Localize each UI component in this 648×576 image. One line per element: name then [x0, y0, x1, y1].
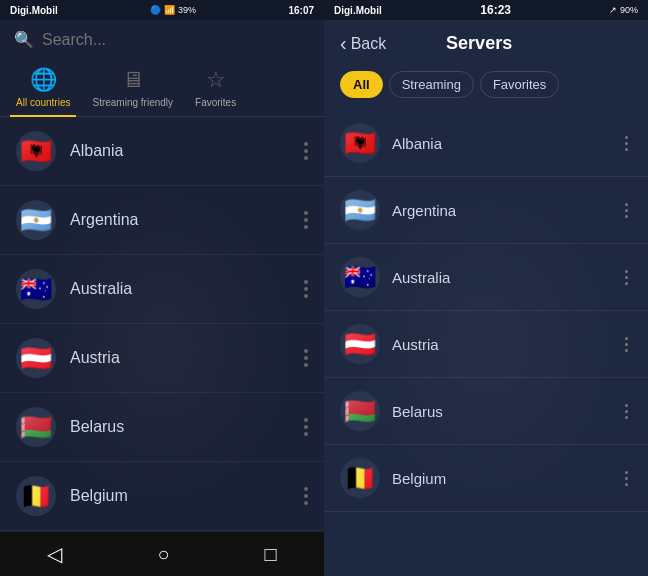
flag-argentina: 🇦🇷: [340, 190, 380, 230]
country-name: Austria: [70, 349, 290, 367]
country-name: Belgium: [70, 487, 290, 505]
filter-tab-streaming[interactable]: Streaming: [389, 71, 474, 98]
more-dots-button[interactable]: [621, 199, 632, 222]
filter-tab-all[interactable]: All: [340, 71, 383, 98]
search-icon: 🔍: [14, 30, 34, 49]
flag-belarus: 🇧🇾: [340, 391, 380, 431]
flag-austria: 🇦🇹: [340, 324, 380, 364]
battery-left: 39%: [178, 5, 196, 15]
more-dots-button[interactable]: [621, 400, 632, 423]
more-dots-button[interactable]: [304, 142, 308, 160]
left-status-bar: Digi.Mobil 🔵 📶 39% 16:07: [0, 0, 324, 20]
page-title: Servers: [394, 33, 564, 54]
left-panel: Digi.Mobil 🔵 📶 39% 16:07 🔍 🌐 All countri…: [0, 0, 324, 576]
back-button[interactable]: ‹ Back: [340, 32, 386, 55]
more-dots-button[interactable]: [304, 280, 308, 298]
chevron-left-icon: ‹: [340, 32, 347, 55]
flag-australia: 🇦🇺: [340, 257, 380, 297]
flag-belgium: 🇧🇪: [16, 476, 56, 516]
flag-austria: 🇦🇹: [16, 338, 56, 378]
list-item[interactable]: 🇧🇪 Belgium: [324, 445, 648, 512]
monitor-icon: 🖥: [122, 67, 144, 93]
server-list: 🇦🇱 Albania 🇦🇷 Argentina 🇦🇺 Australia 🇦🇹 …: [324, 110, 648, 576]
right-time: 16:23: [480, 3, 511, 17]
flag-belgium: 🇧🇪: [340, 458, 380, 498]
left-status-icons: 🔵 📶 39%: [150, 5, 196, 15]
more-dots-button[interactable]: [621, 132, 632, 155]
flag-belarus: 🇧🇾: [16, 407, 56, 447]
more-dots-button[interactable]: [304, 349, 308, 367]
flag-australia: 🇦🇺: [16, 269, 56, 309]
more-dots-button[interactable]: [304, 211, 308, 229]
left-time: 16:07: [288, 5, 314, 16]
filter-tab-favorites[interactable]: Favorites: [480, 71, 559, 98]
right-battery: ↗ 90%: [609, 5, 638, 15]
left-tabs: 🌐 All countries 🖥 Streaming friendly ☆ F…: [0, 59, 324, 117]
right-status-bar: Digi.Mobil 16:23 ↗ 90%: [324, 0, 648, 20]
list-item[interactable]: 🇦🇷 Argentina: [324, 177, 648, 244]
search-bar: 🔍: [0, 20, 324, 59]
nav-bar: ◁ ○ □: [0, 532, 324, 576]
server-name: Belarus: [392, 403, 609, 420]
right-carrier: Digi.Mobil: [334, 5, 382, 16]
country-list: 🇦🇱 Albania 🇦🇷 Argentina 🇦🇺 Australia 🇦🇹 …: [0, 117, 324, 532]
list-item[interactable]: 🇧🇪 Belgium: [0, 462, 324, 531]
server-name: Australia: [392, 269, 609, 286]
list-item[interactable]: 🇧🇾 Belarus: [0, 393, 324, 462]
home-nav-button[interactable]: ○: [137, 535, 189, 574]
country-name: Australia: [70, 280, 290, 298]
list-item[interactable]: 🇦🇱 Albania: [324, 110, 648, 177]
list-item[interactable]: 🇦🇹 Austria: [324, 311, 648, 378]
more-dots-button[interactable]: [304, 418, 308, 436]
tab-favorites-label: Favorites: [195, 97, 236, 108]
star-icon: ☆: [206, 67, 226, 93]
more-dots-button[interactable]: [621, 266, 632, 289]
country-name: Albania: [70, 142, 290, 160]
search-input[interactable]: [42, 31, 310, 49]
tab-favorites[interactable]: ☆ Favorites: [189, 59, 242, 116]
server-name: Argentina: [392, 202, 609, 219]
tab-streaming-friendly[interactable]: 🖥 Streaming friendly: [86, 59, 179, 116]
tab-all-countries[interactable]: 🌐 All countries: [10, 59, 76, 116]
globe-icon: 🌐: [30, 67, 57, 93]
back-label: Back: [351, 35, 387, 53]
flag-argentina: 🇦🇷: [16, 200, 56, 240]
signal-icon: 📶: [164, 5, 175, 15]
list-item[interactable]: 🇦🇷 Argentina: [0, 186, 324, 255]
flag-albania: 🇦🇱: [16, 131, 56, 171]
list-item[interactable]: 🇦🇺 Australia: [324, 244, 648, 311]
list-item[interactable]: 🇧🇾 Belarus: [324, 378, 648, 445]
header: ‹ Back Servers: [324, 20, 648, 67]
list-item[interactable]: 🇦🇹 Austria: [0, 324, 324, 393]
recent-nav-button[interactable]: □: [244, 535, 296, 574]
more-dots-button[interactable]: [304, 487, 308, 505]
country-name: Argentina: [70, 211, 290, 229]
tab-streaming-label: Streaming friendly: [92, 97, 173, 108]
more-dots-button[interactable]: [621, 333, 632, 356]
tab-all-countries-label: All countries: [16, 97, 70, 108]
flag-albania: 🇦🇱: [340, 123, 380, 163]
list-item[interactable]: 🇦🇱 Albania: [0, 117, 324, 186]
server-name: Austria: [392, 336, 609, 353]
server-name: Belgium: [392, 470, 609, 487]
server-name: Albania: [392, 135, 609, 152]
left-carrier: Digi.Mobil: [10, 5, 58, 16]
country-name: Belarus: [70, 418, 290, 436]
filter-tabs: All Streaming Favorites: [324, 67, 648, 110]
list-item[interactable]: 🇦🇺 Australia: [0, 255, 324, 324]
bluetooth-icon: 🔵: [150, 5, 161, 15]
more-dots-button[interactable]: [621, 467, 632, 490]
back-nav-button[interactable]: ◁: [27, 534, 82, 574]
right-panel: Digi.Mobil 16:23 ↗ 90% ‹ Back Servers Al…: [324, 0, 648, 576]
